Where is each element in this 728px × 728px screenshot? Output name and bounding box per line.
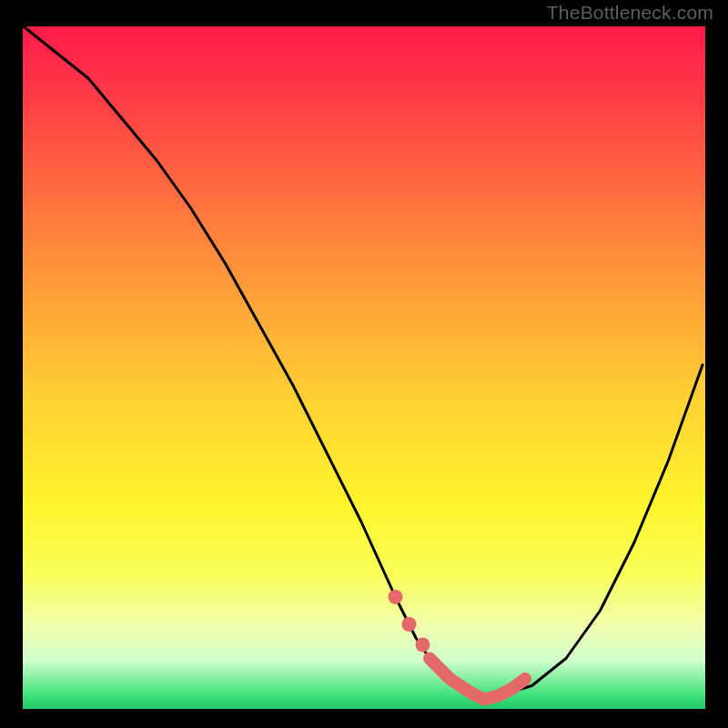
highlight-dot (389, 590, 403, 604)
bottleneck-curve (20, 24, 703, 700)
highlight-dot (402, 617, 417, 632)
watermark-text: TheBottleneck.com (547, 2, 713, 24)
highlight-segment (430, 659, 525, 700)
chart-svg (20, 24, 703, 706)
highlight-dot (416, 638, 430, 652)
chart-frame (20, 24, 708, 712)
highlight-dots-group (389, 590, 430, 652)
